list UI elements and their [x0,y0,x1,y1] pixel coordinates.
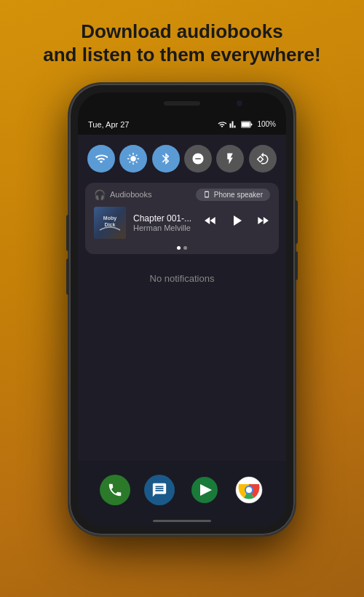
signal-status-icon [229,120,238,129]
dot-1 [177,246,181,250]
media-app-label: 🎧 Audiobooks [94,189,152,200]
no-notifications-text: No notifications [78,258,286,298]
volume-down-button [295,251,298,280]
dnd-toggle[interactable] [184,145,212,173]
media-notification-header: 🎧 Audiobooks Phone speaker [85,183,279,204]
headline-line1: Download audiobooks [43,20,320,43]
volume-up-button [66,215,69,251]
phone-screen: Tue, Apr 27 100% [78,92,286,526]
wifi-status-icon [218,120,226,129]
volume-down-left-button [66,258,69,295]
notification-panel: 🎧 Audiobooks Phone speaker [78,135,286,526]
dock-chrome-icon[interactable] [234,475,264,505]
wifi-toggle[interactable] [87,145,115,173]
headline-line2: and listen to them everywhere! [43,43,320,68]
quick-toggles [78,135,286,180]
bluetooth-toggle[interactable] [152,145,180,173]
flashlight-toggle[interactable] [216,145,244,173]
headphone-icon: 🎧 [94,189,106,200]
brightness-toggle[interactable] [119,145,147,173]
phone-body: Tue, Apr 27 100% [69,84,295,535]
dock-play-store-icon[interactable] [189,475,220,505]
home-indicator [153,520,211,522]
svg-text:Dick: Dick [105,222,116,227]
battery-status-icon [241,121,253,128]
dock-messages-icon[interactable] [144,475,175,505]
phone-speaker-icon [203,191,210,198]
track-artist: Herman Melville [133,224,196,232]
svg-text:Moby: Moby [103,216,116,221]
dot-2 [183,246,187,250]
chrome-logo [235,476,263,504]
earpiece-speaker [164,101,200,106]
status-time: Tue, Apr 27 [88,120,129,129]
rotate-toggle[interactable] [249,145,277,173]
play-button[interactable] [228,212,245,234]
track-title: Chapter 001-... [133,213,196,224]
no-notifications-label: No notifications [150,273,215,284]
dock-bar [78,461,286,526]
phone-speaker-label: Phone speaker [214,191,263,199]
status-icons: 100% [218,120,276,129]
headline: Download audiobooks and listen to them e… [21,0,342,81]
media-notification-card: 🎧 Audiobooks Phone speaker [85,183,279,254]
power-button [295,200,298,244]
play-store-logo [190,475,219,505]
track-info: Chapter 001-... Herman Melville [133,213,196,232]
dock-phone-icon[interactable] [100,475,130,505]
album-art-image: Moby Dick [94,207,126,239]
battery-percentage: 100% [257,120,276,128]
notch-area [78,92,286,114]
svg-point-11 [246,487,252,493]
pagination-dots [85,246,279,254]
phone-speaker-button[interactable]: Phone speaker [196,189,270,201]
rewind-button[interactable] [203,213,218,232]
fast-forward-button[interactable] [256,213,270,232]
media-content: Moby Dick Chapter 001-... Herman Melvill… [85,204,279,246]
svg-rect-1 [242,122,250,127]
app-name-text: Audiobooks [110,190,152,199]
svg-rect-2 [251,123,253,125]
front-camera [237,100,242,106]
media-controls [203,212,270,234]
status-bar: Tue, Apr 27 100% [78,114,286,135]
phone-mockup: Tue, Apr 27 100% [69,84,295,535]
album-art: Moby Dick [94,207,126,239]
